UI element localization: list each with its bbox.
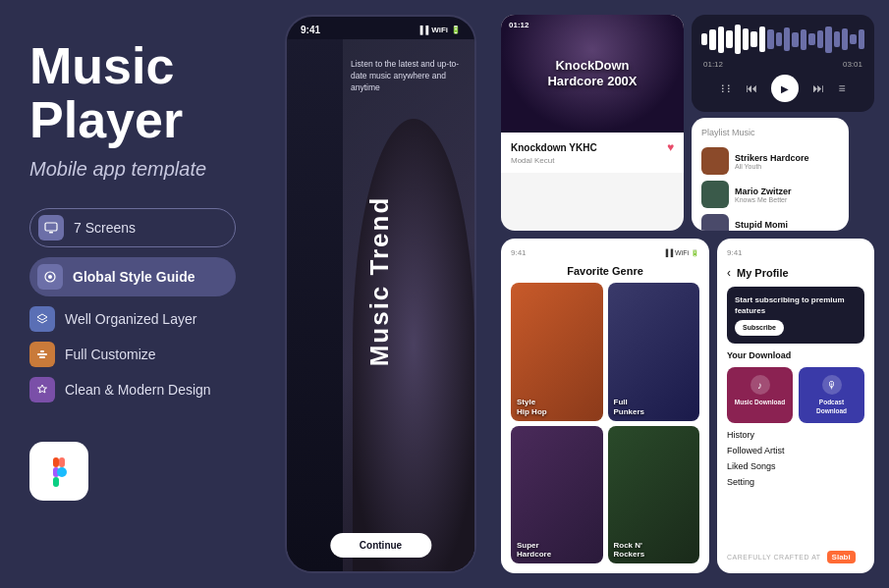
customize-label: Full Customize [65, 347, 156, 362]
waveform-bar [726, 30, 732, 48]
waveform-bar [859, 29, 864, 49]
waveform-bar [842, 28, 848, 51]
right-panels: 01:12 KnockDown Hardcore 200X Knockdown … [496, 0, 889, 588]
feature-layer: Well Organized Layer [29, 306, 236, 332]
subscribe-button[interactable]: Subscribe [735, 320, 784, 336]
main-phone-mockup: 9:41 ▐▐WiFi🔋 Music Trend Listen to the l… [285, 15, 476, 573]
waveform-bar [850, 34, 856, 45]
svg-rect-1 [49, 232, 53, 234]
knockdown-title: KnockDown Hardcore 200X [547, 58, 639, 88]
genre-label-hiphop: StyleHip Hop [517, 398, 547, 416]
menu-history[interactable]: History [727, 430, 864, 440]
svg-rect-0 [45, 223, 57, 231]
playlist-thumb-2 [701, 181, 729, 208]
podcast-download-item[interactable]: 🎙 Podcast Download [799, 367, 864, 423]
profile-status-time: 9:41 [727, 248, 864, 257]
trend-description: Listen to the latest and up-to-date musi… [351, 59, 465, 94]
genre-grid: StyleHip Hop FullPunkers SuperHardcore R… [511, 283, 699, 563]
waveform-bar [701, 33, 707, 45]
left-panel: Music Player Mobile app template 7 Scree… [0, 0, 265, 588]
menu-followed[interactable]: Followed Artist [727, 446, 864, 455]
waveform [701, 25, 864, 54]
playlist-item: Stupid Momi Do It [701, 214, 839, 231]
prev-button[interactable]: ⏮ [746, 81, 757, 95]
waveform-bar [743, 28, 749, 51]
knockdown-artist: Modal Kecut [511, 156, 674, 165]
player-playlist-column: 01:12 03:01 ⫶⫶ ⏮ ▶ ⏭ ≡ Playlist Music St [692, 15, 874, 231]
app-subtitle: Mobile app template [29, 158, 236, 181]
play-button[interactable]: ▶ [771, 75, 799, 102]
music-download-item[interactable]: ♪ Music Download [727, 367, 793, 423]
genre-item-hiphop[interactable]: StyleHip Hop [511, 283, 603, 421]
playlist-thumb-1 [701, 147, 729, 175]
playlist-card: Playlist Music Strikers Hardcore All You… [692, 118, 849, 231]
subscribe-banner: Start subscribing to premium features Su… [727, 287, 864, 344]
customize-icon [29, 342, 55, 367]
waveform-bar [767, 29, 773, 49]
crafted-footer: CAREFULLY CRAFTED AT Slabi [727, 551, 864, 563]
genre-header: 9:41 ▐▐ WiFi 🔋 [511, 248, 699, 257]
genre-status-time: 9:41 [511, 248, 527, 257]
subscribe-text: Start subscribing to premium features [735, 294, 857, 316]
svg-rect-4 [37, 353, 47, 355]
waveform-bar [834, 31, 840, 48]
status-time: 9:41 [301, 25, 320, 35]
genre-item-hardcore[interactable]: SuperHardcore [511, 426, 603, 564]
design-label: Clean & Modern Design [65, 382, 211, 398]
player-controls: ⫶⫶ ⏮ ▶ ⏭ ≡ [701, 75, 864, 102]
waveform-bar [776, 32, 782, 46]
profile-heading: My Profile [737, 267, 789, 279]
player-current-time: 01:12 [703, 60, 723, 69]
figma-logo [29, 442, 88, 501]
waveform-bar [709, 29, 715, 50]
feature-design: Clean & Modern Design [29, 377, 236, 402]
phone-screen: 9:41 ▐▐WiFi🔋 Music Trend Listen to the l… [287, 17, 474, 571]
waveform-bar [801, 29, 806, 50]
continue-button[interactable]: Continue [330, 533, 431, 558]
screens-label: 7 Screens [74, 220, 136, 236]
music-download-icon: ♪ [750, 375, 770, 395]
knockdown-card: 01:12 KnockDown Hardcore 200X Knockdown … [501, 15, 684, 231]
svg-point-11 [57, 467, 67, 477]
svg-rect-5 [40, 350, 44, 352]
feature-screens[interactable]: 7 Screens [29, 208, 236, 247]
podcast-download-label: Podcast Download [805, 399, 859, 415]
download-items: ♪ Music Download 🎙 Podcast Download [727, 367, 864, 423]
knockdown-song: Knockdown YKHC ♥ [511, 140, 674, 154]
waveform-bar [750, 31, 756, 48]
knockdown-info: Knockdown YKHC ♥ Modal Kecut [501, 133, 684, 173]
genre-card: 9:41 ▐▐ WiFi 🔋 Favorite Genre StyleHip H… [501, 239, 709, 573]
svg-rect-7 [53, 457, 59, 467]
heart-icon[interactable]: ♥ [667, 140, 674, 154]
genre-label-punkers: FullPunkers [614, 398, 645, 416]
profile-header: ‹ My Profile [727, 266, 864, 280]
knockdown-time: 01:12 [509, 21, 528, 29]
feature-style-guide[interactable]: Global Style Guide [29, 257, 236, 296]
waveform-bar [817, 30, 823, 48]
shuffle-button[interactable]: ⫶⫶ [720, 81, 732, 95]
menu-liked[interactable]: Liked Songs [727, 461, 864, 471]
playlist-info-1: Strikers Hardcore All Youth [735, 153, 839, 170]
playlist-name-1: Strikers Hardcore [735, 153, 839, 163]
waveform-bar [759, 27, 765, 52]
queue-button[interactable]: ≡ [838, 81, 845, 95]
genre-item-punkers[interactable]: FullPunkers [608, 283, 700, 421]
waveform-bar [825, 27, 831, 53]
screens-icon [38, 215, 64, 241]
playlist-name-3: Stupid Momi [735, 220, 839, 230]
status-bar: 9:41 ▐▐WiFi🔋 [287, 17, 474, 39]
player-card: 01:12 03:01 ⫶⫶ ⏮ ▶ ⏭ ≡ [692, 15, 874, 112]
genre-label-rock: Rock N'Rockers [614, 541, 645, 560]
profile-back-button[interactable]: ‹ [727, 266, 731, 280]
player-time: 01:12 03:01 [701, 60, 864, 69]
menu-setting[interactable]: Setting [727, 477, 864, 487]
bottom-row: 9:41 ▐▐ WiFi 🔋 Favorite Genre StyleHip H… [501, 239, 874, 573]
layer-label: Well Organized Layer [65, 311, 196, 327]
top-row: 01:12 KnockDown Hardcore 200X Knockdown … [501, 15, 874, 231]
next-button[interactable]: ⏭ [812, 81, 824, 95]
genre-item-rock[interactable]: Rock N'Rockers [608, 426, 700, 564]
trend-vertical-label: Music Trend [364, 195, 395, 366]
style-guide-icon [37, 264, 63, 290]
profile-card: 9:41 ‹ My Profile Start subscribing to p… [717, 239, 874, 573]
playlist-item: Strikers Hardcore All Youth [701, 147, 839, 175]
